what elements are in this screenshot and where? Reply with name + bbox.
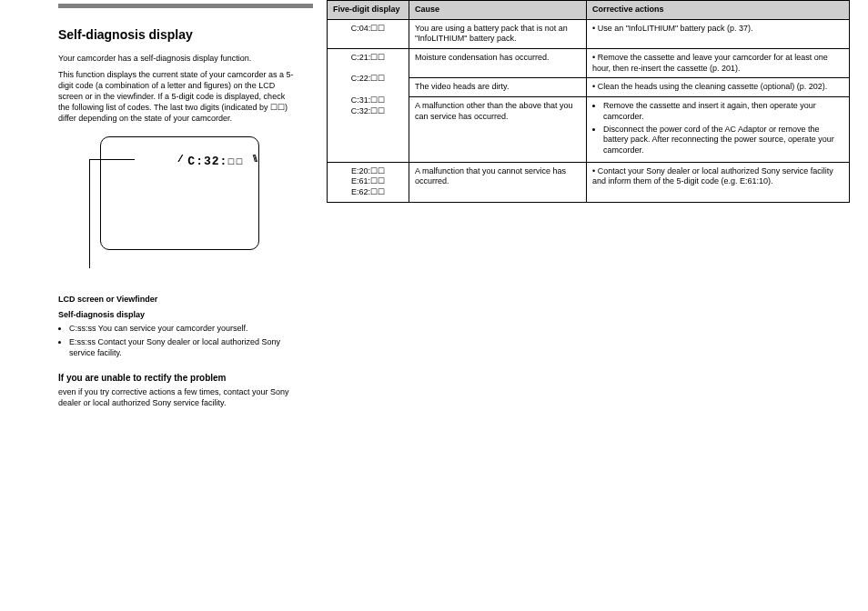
section-rule [58,4,313,8]
lcd-caption-title: LCD screen or Viewfinder [58,295,297,304]
col-cause: Cause [409,1,587,20]
footnote-block: If you are unable to rectify the problem… [58,373,297,408]
code-display: C:32:☐☐ [187,154,244,168]
cell-code: C:04:☐☐ [328,19,409,48]
table-row: C:04:☐☐ You are using a battery pack tha… [328,19,850,48]
callout-line [89,159,135,268]
intro-2a: This function displays the current state… [58,70,294,112]
left-column: Self-diagnosis display Your camcorder ha… [58,27,297,408]
cell-action: • Use an "InfoLITHIUM" battery pack (p. … [587,19,850,48]
action-bullet: Remove the cassette and insert it again,… [603,101,843,122]
table-row: E:20:☐☐E:61:☐☐E:62:☐☐ A malfunction that… [328,162,850,202]
cell-cause: The video heads are dirty. [409,78,587,97]
cell-action: • Contact your Sony dealer or local auth… [587,162,850,202]
cell-code: C:21:☐☐C:22:☐☐C:31:☐☐C:32:☐☐ [328,49,409,163]
cell-cause: A malfunction that you cannot service ha… [409,162,587,202]
footnote-body: even if you try corrective actions a few… [58,386,297,408]
lcd-figure: ⁄⁄⁄ C:32:☐☐ \\\ [89,136,262,273]
footnote-heading: If you are unable to rectify the problem [58,373,297,383]
cell-action: • Clean the heads using the cleaning cas… [587,78,850,97]
placeholder-squares: ☐☐ [270,103,285,112]
table-header-row: Five-digit display Cause Corrective acti… [328,1,850,20]
col-code: Five-digit display [328,1,409,20]
cell-cause: You are using a battery pack that is not… [409,19,587,48]
flash-right-icon: \\\ [253,154,256,164]
cell-cause: Moisture condensation has occurred. [409,49,587,78]
section-heading: Self-diagnosis display [58,27,297,44]
cell-code: E:20:☐☐E:61:☐☐E:62:☐☐ [328,162,409,202]
lcd-caption-sub: Self-diagnosis display [58,309,297,320]
table-row: C:21:☐☐C:22:☐☐C:31:☐☐C:32:☐☐ Moisture co… [328,49,850,78]
cell-action: • Remove the cassette and leave your cam… [587,49,850,78]
cell-cause: A malfunction other than the above that … [409,97,587,162]
cell-action: Remove the cassette and insert it again,… [587,97,850,162]
lcd-bullet: E:ss:ss Contact your Sony dealer or loca… [69,336,297,358]
intro-text-2: This function displays the current state… [58,69,297,125]
col-action: Corrective actions [587,1,850,20]
right-column: Five-digit display Cause Corrective acti… [327,0,850,203]
action-bullet: Disconnect the power cord of the AC Adap… [603,125,843,156]
diagnosis-table: Five-digit display Cause Corrective acti… [327,0,850,203]
lcd-caption-block: Self-diagnosis display C:ss:ss You can s… [58,309,297,358]
lcd-bullet: C:ss:ss You can service your camcorder y… [69,323,297,334]
intro-text-1: Your camcorder has a self-diagnosis disp… [58,53,297,64]
